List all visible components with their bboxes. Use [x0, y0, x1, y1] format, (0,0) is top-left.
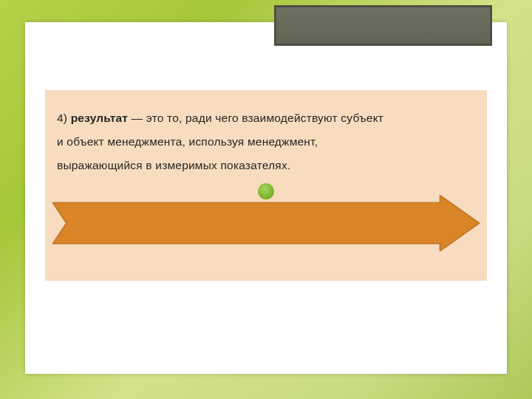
definition-block: 4) результат — это то, ради чего взаимод…: [45, 90, 487, 281]
content-panel: 4) результат — это то, ради чего взаимод…: [25, 22, 507, 374]
definition-line3: выражающийся в измеримых показателях.: [57, 159, 290, 171]
definition-line2: и объект менеджмента, используя менеджме…: [57, 135, 318, 148]
item-number: 4): [57, 112, 71, 124]
item-term: результат: [71, 112, 128, 124]
slide-background: 4) результат — это то, ради чего взаимод…: [0, 0, 532, 399]
arrow-graphic: [52, 195, 480, 251]
accent-dot-icon: [258, 183, 274, 200]
title-accent-box: [274, 5, 492, 46]
definition-text: 4) результат — это то, ради чего взаимод…: [45, 90, 487, 177]
arrow-shape: [52, 195, 480, 251]
arrow-icon: [52, 195, 480, 251]
definition-line1: — это то, ради чего взаимодействуют субъ…: [128, 112, 383, 124]
